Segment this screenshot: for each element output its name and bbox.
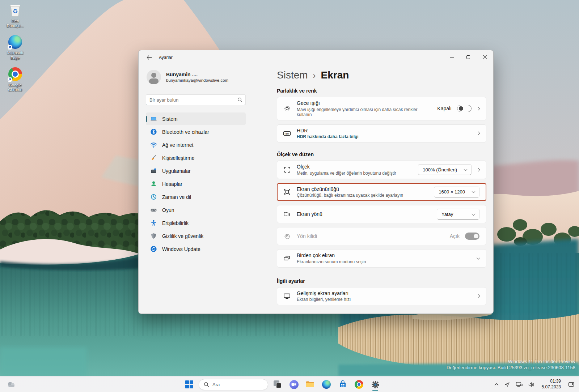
chat-button[interactable] (287, 378, 301, 391)
row-subtitle: Ekranlarınızın sunum modunu seçin (297, 259, 366, 264)
sidebar-item-oyun[interactable]: Oyun (146, 204, 246, 216)
active-indicator (146, 116, 147, 122)
breadcrumb-root[interactable]: Sistem (277, 69, 308, 81)
maximize-button[interactable] (460, 50, 477, 64)
hdr-info-link[interactable]: HDR hakkında daha fazla bilgi (297, 134, 359, 139)
task-view-button[interactable] (271, 378, 284, 391)
file-explorer-button[interactable] (303, 378, 317, 391)
settings-sidebar: Bünyamin .... bunyaminkaya@windowslive.c… (139, 65, 254, 314)
insider-watermark: Windows 11 Pro Insider Preview Değerlend… (447, 358, 575, 371)
widgets-weather-button[interactable] (4, 378, 18, 391)
sidebar-item-windows-update[interactable]: Windows Update (146, 243, 246, 255)
chevron-down-icon (464, 167, 468, 171)
section-related: İlgili ayarlar (277, 278, 486, 284)
file-explorer-icon (305, 380, 315, 388)
edge-button[interactable] (320, 378, 333, 391)
sidebar-item-zaman-ve-dil[interactable]: Zaman ve dil (146, 191, 246, 203)
start-button[interactable] (182, 378, 196, 391)
network-tray-button[interactable] (514, 378, 524, 391)
store-button[interactable] (336, 378, 350, 391)
sidebar-item-gizlilik-ve-guvenlik[interactable]: Gizlilik ve güvenlik (146, 230, 246, 242)
shortcut-arrow-icon (8, 77, 12, 82)
store-icon (338, 380, 347, 389)
scale-dropdown[interactable]: 100% (Önerilen) (418, 164, 472, 175)
row-multiple-displays[interactable]: Birden çok ekran Ekranlarınızın sunum mo… (277, 249, 486, 268)
desktop-icon-edge[interactable]: Microsoft Edge (2, 34, 28, 60)
taskbar-search[interactable] (199, 379, 268, 390)
desktop-icon-label: Google Chrome (3, 83, 27, 92)
chat-icon (290, 380, 299, 389)
location-indicator[interactable] (503, 378, 512, 391)
taskbar-search-input[interactable] (212, 382, 256, 387)
minimize-button[interactable] (443, 50, 460, 64)
close-icon (483, 55, 487, 59)
close-button[interactable] (477, 50, 493, 64)
search-icon (237, 97, 242, 102)
row-title: Ekran çözünürlüğü (297, 186, 403, 192)
accounts-icon (150, 180, 157, 187)
sidebar-item-label: Sistem (162, 116, 178, 122)
row-rotation-lock: Yön kilidi Açık (277, 227, 486, 245)
sidebar-item-hesaplar[interactable]: Hesaplar (146, 178, 246, 190)
sidebar-item-ag-ve-internet[interactable]: Ağ ve internet (146, 139, 246, 151)
back-button[interactable] (144, 53, 155, 62)
night-light-toggle[interactable] (457, 105, 472, 112)
row-resolution[interactable]: Ekran çözünürlüğü Çözünürlüğü, bağlı ekr… (277, 183, 486, 201)
row-title: HDR (297, 128, 359, 133)
sidebar-item-erisilebilirlik[interactable]: Erişilebilirlik (146, 217, 246, 229)
row-hdr[interactable]: HDR HDR HDR hakkında daha fazla bilgi (277, 124, 486, 143)
desktop-icon-chrome[interactable]: Google Chrome (2, 66, 28, 92)
clock-tray-button[interactable]: 01:39 5.07.2023 (538, 378, 564, 391)
page-title: Ekran (321, 69, 349, 81)
svg-text:HDR: HDR (285, 133, 289, 135)
sidebar-item-label: Bluetooth ve cihazlar (162, 129, 209, 135)
settings-search-input[interactable] (149, 97, 237, 103)
orientation-dropdown[interactable]: Yatay (437, 209, 479, 220)
network-wifi-icon (150, 141, 157, 148)
task-view-icon (274, 380, 282, 388)
sidebar-item-uygulamalar[interactable]: Uygulamalar (146, 165, 246, 177)
chevron-right-icon (477, 294, 480, 298)
personalization-icon (150, 154, 157, 161)
network-icon (516, 382, 523, 387)
sidebar-item-kisisellestirme[interactable]: Kişiselleştirme (146, 152, 246, 164)
row-night-light[interactable]: Gece ışığı Mavi ışığı engellemeye yardım… (277, 97, 486, 120)
desktop: ♻ Geri Dönüşü... Microsoft Edge Google C… (0, 0, 579, 392)
account-chip[interactable]: Bünyamin .... bunyaminkaya@windowslive.c… (146, 68, 246, 86)
resolution-dropdown[interactable]: 1600 × 1200 (434, 187, 479, 197)
row-advanced-display[interactable]: Gelişmiş ekran ayarları Ekran bilgileri,… (277, 287, 486, 306)
sidebar-item-label: Erişilebilirlik (162, 220, 189, 226)
orientation-icon (283, 210, 291, 218)
night-light-icon (283, 105, 291, 112)
resolution-icon (283, 188, 291, 196)
tray-overflow-button[interactable] (493, 378, 500, 391)
chevron-right-icon (477, 132, 480, 135)
sidebar-item-bluetooth[interactable]: Bluetooth ve cihazlar (146, 125, 246, 138)
desktop-icon-recycle-bin[interactable]: ♻ Geri Dönüşü... (2, 2, 28, 28)
avatar (147, 70, 161, 84)
volume-tray-button[interactable] (527, 378, 536, 391)
chevron-down-icon (472, 212, 476, 216)
sidebar-item-label: Oyun (162, 207, 174, 213)
system-icon (150, 115, 157, 122)
chrome-button[interactable] (352, 378, 366, 391)
settings-button[interactable] (368, 378, 382, 391)
active-app-indicator (372, 390, 378, 391)
notification-center-button[interactable] (566, 378, 576, 391)
row-scale[interactable]: Ölçek Metin, uygulama ve diğer öğelerin … (277, 161, 486, 179)
multiple-displays-icon (283, 255, 291, 262)
desktop-icon-label: Microsoft Edge (3, 51, 27, 60)
tray-chevron-up-icon (494, 383, 499, 386)
chrome-icon (355, 380, 363, 389)
settings-nav: Sistem Bluetooth ve cihazlar Ağ ve inter… (146, 112, 246, 255)
row-title: Ölçek (297, 164, 396, 170)
row-title: Gelişmiş ekran ayarları (297, 290, 351, 296)
settings-search[interactable] (146, 94, 246, 105)
breadcrumb-separator: › (313, 71, 316, 81)
account-name: Bünyamin .... (166, 72, 228, 77)
row-orientation[interactable]: Ekran yönü Yatay (277, 205, 486, 223)
settings-content: Sistem › Ekran Parlaklık ve renk Gece ış… (254, 65, 493, 314)
maximize-icon (466, 55, 470, 59)
desktop-icon-list: ♻ Geri Dönüşü... Microsoft Edge Google C… (2, 2, 28, 92)
sidebar-item-sistem[interactable]: Sistem (146, 112, 246, 125)
